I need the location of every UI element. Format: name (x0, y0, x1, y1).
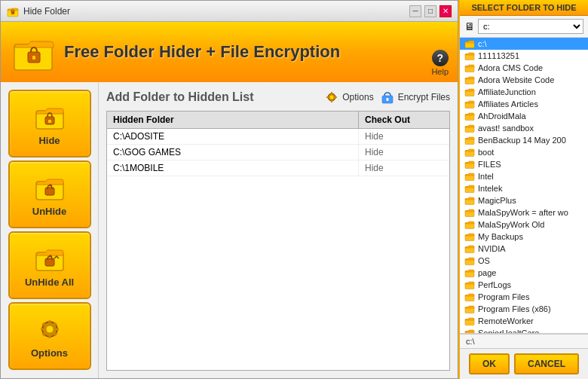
help-label: Help (431, 67, 449, 76)
help-icon: ? (432, 50, 449, 66)
ok-button[interactable]: OK (469, 353, 510, 374)
folder-item[interactable]: NVIDIA (460, 243, 588, 255)
folder-name: RemoteWorker (478, 316, 534, 326)
file-table: Hidden Folder Check Out C:\ADOSITE Hide … (106, 111, 450, 371)
folder-name: BenBackup 14 May 200 (478, 136, 566, 145)
svg-rect-12 (45, 258, 54, 266)
folder-cell: C:\GOG GAMES (107, 145, 359, 160)
folder-item[interactable]: RemoteWorker (460, 315, 588, 327)
cancel-button[interactable]: CANCEL (514, 353, 579, 374)
folder-cell: C:\ADOSITE (107, 129, 359, 144)
folder-item[interactable]: Affiliates Articles (460, 98, 588, 110)
folder-item[interactable]: page (460, 267, 588, 279)
folder-name: page (478, 268, 496, 277)
table-row[interactable]: C:\ADOSITE Hide (107, 129, 449, 145)
folder-item-icon (464, 75, 475, 84)
col-hidden-folder: Hidden Folder (107, 112, 359, 128)
col-check-out: Check Out (359, 112, 449, 128)
folder-item-icon (464, 304, 475, 313)
folder-item-icon (464, 196, 475, 205)
header-area: Free Folder Hider + File Encryption ? He… (1, 22, 458, 82)
folder-item[interactable]: 111113251 (460, 50, 588, 62)
sidebar-unhide-button[interactable]: UnHide (8, 160, 91, 228)
right-panel-header: SELECT FOLDER TO HIDE (460, 0, 588, 16)
folder-item-icon (464, 136, 475, 145)
folder-list[interactable]: c:\ 111113251 Adora CMS Code Adora Websi… (460, 38, 588, 334)
svg-rect-28 (335, 96, 337, 98)
folder-item[interactable]: Intel (460, 170, 588, 182)
folder-item[interactable]: My Backups (460, 231, 588, 243)
folder-item[interactable]: MagicPlus (460, 194, 588, 206)
svg-rect-27 (326, 96, 329, 98)
maximize-button[interactable]: □ (424, 5, 436, 17)
options-icon (35, 314, 65, 344)
folder-item[interactable]: SeniorHealtCare (460, 327, 588, 334)
path-bar: c:\ (460, 334, 588, 349)
svg-rect-17 (41, 328, 44, 330)
folder-name: Program Files (x86) (478, 304, 551, 313)
app-header-title: Free Folder Hider + File Encryption (64, 42, 340, 62)
help-button[interactable]: ? Help (431, 50, 449, 76)
folder-item-icon (464, 220, 475, 229)
title-bar-left: Hide Folder (7, 5, 70, 17)
sidebar-hide-button[interactable]: Hide (8, 90, 91, 157)
folder-item-icon (464, 160, 475, 169)
options-label: Options (31, 347, 68, 359)
folder-item[interactable]: FILES (460, 158, 588, 170)
folder-item-icon (464, 63, 475, 72)
svg-rect-5 (32, 56, 35, 60)
svg-rect-8 (48, 120, 51, 123)
folder-item[interactable]: Adora CMS Code (460, 62, 588, 74)
status-cell: Hide (359, 160, 449, 176)
folder-name: Adora CMS Code (478, 63, 543, 72)
options-action-button[interactable]: Options (324, 90, 373, 105)
close-button[interactable]: ✕ (439, 5, 452, 17)
folder-item-icon (464, 99, 475, 109)
folder-item[interactable]: avast! sandbox (460, 122, 588, 134)
folder-item-icon (464, 256, 475, 265)
encrypt-button[interactable]: Encrypt Files (380, 90, 450, 105)
folder-item-icon (464, 112, 475, 121)
svg-point-14 (46, 326, 54, 333)
svg-point-24 (330, 96, 334, 99)
sidebar-options-button[interactable]: Options (8, 302, 91, 370)
folder-item-icon (464, 51, 475, 60)
drive-select[interactable]: c: (478, 19, 583, 34)
folder-item[interactable]: boot (460, 146, 588, 158)
folder-name: Intel (478, 172, 494, 181)
folder-name: MalaSpyWork Old (478, 220, 544, 229)
folder-item-icon (464, 87, 475, 96)
minimize-button[interactable]: ─ (409, 5, 421, 17)
folder-item[interactable]: BenBackup 14 May 200 (460, 134, 588, 146)
folder-item-icon (464, 39, 475, 48)
folder-item[interactable]: Adora Website Code (460, 74, 588, 86)
folder-name: Program Files (478, 292, 529, 301)
drive-select-row: 🖥 c: (460, 16, 588, 38)
drive-icon: 🖥 (464, 20, 475, 32)
folder-name: FILES (478, 160, 501, 169)
unhide-label: UnHide (32, 206, 67, 217)
folder-item[interactable]: MalaSpyWork = after wo (460, 206, 588, 219)
options-action-icon (324, 90, 339, 105)
table-row[interactable]: C:\1MOBILE Hide (107, 160, 449, 176)
sidebar-unhide-all-button[interactable]: UnHide All (8, 231, 91, 299)
title-bar: Hide Folder ─ □ ✕ (1, 1, 458, 22)
folder-item[interactable]: Program Files (x86) (460, 303, 588, 315)
svg-rect-15 (48, 320, 51, 324)
table-header: Hidden Folder Check Out (107, 112, 449, 129)
svg-rect-10 (45, 188, 54, 195)
status-cell: Hide (359, 145, 449, 160)
folder-item[interactable]: Intelek (460, 182, 588, 194)
status-cell: Hide (359, 129, 449, 144)
folder-item[interactable]: c:\ (460, 38, 588, 50)
folder-item[interactable]: Program Files (460, 291, 588, 303)
folder-item[interactable]: AhDroidMala (460, 110, 588, 122)
folder-name: 111113251 (478, 51, 519, 60)
folder-item[interactable]: OS (460, 255, 588, 267)
folder-item[interactable]: AffiliateJunction (460, 86, 588, 98)
folder-item[interactable]: PerfLogs (460, 279, 588, 291)
folder-name: MagicPlus (478, 196, 516, 205)
table-row[interactable]: C:\GOG GAMES Hide (107, 145, 449, 160)
folder-name: boot (478, 148, 494, 157)
folder-item[interactable]: MalaSpyWork Old (460, 219, 588, 231)
